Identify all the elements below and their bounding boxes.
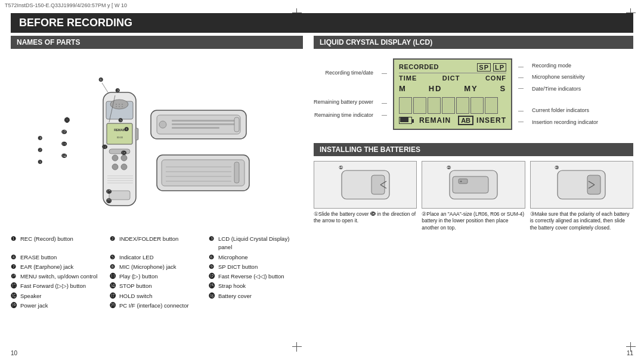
page-number-left: 10 — [11, 350, 17, 356]
part-text: STOP button — [119, 282, 152, 290]
mic-sensitivity-label: Microphone sensitivity — [532, 72, 598, 83]
part-item: ❸LCD (Liquid Crystal Display) panel — [209, 235, 303, 252]
svg-rect-29 — [234, 117, 239, 132]
part-item: ❾SP DICT button — [209, 263, 303, 271]
svg-point-6 — [116, 106, 117, 107]
part-num: ⓮ — [110, 282, 118, 290]
step-caption-1: ①Slide the battery cover ⓲ in the direct… — [314, 211, 417, 225]
lcd-s: S — [500, 84, 506, 93]
svg-text:❶: ❶ — [38, 159, 42, 165]
svg-point-15 — [112, 164, 118, 170]
lcd-row2: TIME DICT CONF — [399, 75, 506, 83]
svg-text:⓬: ⓬ — [61, 129, 67, 135]
lcd-remain-text: REMAIN — [419, 116, 451, 125]
battery-step-1: ① ①Slide the battery cover ⓲ in the dire… — [314, 161, 417, 231]
battery-icon — [399, 117, 412, 124]
lcd-section: LIQUID CRYSTAL DISPLAY (LCD) Recording t… — [314, 36, 633, 135]
parts-list: ❶REC (Record) button❷INDEX/FOLDER button… — [11, 232, 303, 312]
svg-rect-17 — [135, 128, 138, 140]
svg-text:❷: ❷ — [38, 147, 42, 153]
part-num: ❻ — [209, 253, 217, 262]
svg-rect-28 — [172, 127, 219, 129]
lcd-digit-1 — [399, 97, 412, 114]
svg-text:⓳: ⓳ — [106, 189, 112, 195]
folder-indicator-label: Current folder indicators — [532, 105, 598, 117]
lcd-m: M — [399, 84, 407, 93]
part-item: ⓮STOP button — [110, 282, 204, 290]
right-panel: LIQUID CRYSTAL DISPLAY (LCD) Recording t… — [314, 36, 633, 348]
svg-rect-18 — [109, 191, 130, 200]
part-text: Battery cover — [218, 292, 252, 300]
svg-text:00:00: 00:00 — [117, 136, 123, 139]
page-number-right: 11 — [627, 350, 633, 356]
svg-text:⓴: ⓴ — [106, 198, 112, 204]
insertion-recording-label: Insertion recording indicator — [532, 117, 598, 129]
main-title: BEFORE RECORDING — [11, 13, 633, 33]
part-text: EAR (Earphone) jack — [20, 263, 73, 271]
step-img-2: + ② — [422, 161, 525, 209]
svg-rect-12 — [109, 149, 130, 154]
svg-text:⓱: ⓱ — [102, 144, 108, 150]
part-num: ❸ — [209, 235, 217, 243]
lcd-digit-5 — [456, 97, 469, 114]
part-num: ❶ — [11, 235, 19, 243]
battery-fill — [400, 117, 408, 122]
lcd-my: MY — [464, 84, 478, 93]
batteries-section-header: INSTALLING THE BATTERIES — [314, 143, 633, 156]
lcd-bottom-row: REMAIN AB INSERT — [399, 116, 506, 125]
part-text: PC I/F (interface) connector — [119, 302, 189, 310]
svg-text:⓮: ⓮ — [61, 153, 67, 159]
lcd-right-arrows: — — — — — — [518, 64, 524, 125]
lcd-digit-3 — [428, 97, 441, 114]
part-item: ⓴PC I/F (interface) connector — [110, 302, 204, 310]
part-text: INDEX/FOLDER button — [119, 235, 178, 243]
svg-text:❸: ❸ — [115, 88, 120, 94]
part-item: ❽MIC (Microphone) jack — [110, 263, 204, 271]
part-item: ⓭Fast Forward (▷▷) button — [11, 282, 105, 290]
part-text: REC (Record) button — [20, 235, 73, 243]
svg-text:⓲: ⓲ — [121, 150, 127, 156]
svg-point-25 — [159, 121, 166, 128]
part-num: ⓭ — [11, 282, 19, 290]
svg-rect-27 — [172, 123, 237, 125]
lcd-ab: AB — [458, 116, 473, 125]
part-item: ⓳Power jack — [11, 302, 105, 310]
part-item: ❹ERASE button — [11, 253, 105, 262]
svg-rect-31 — [162, 160, 244, 186]
part-text: HOLD switch — [119, 292, 152, 300]
part-num: ⓴ — [110, 302, 118, 310]
svg-text:❻: ❻ — [98, 77, 103, 83]
part-text: ERASE button — [20, 253, 57, 262]
part-item: ⓫Play (▷) button — [110, 272, 204, 281]
lcd-battery-indicator — [399, 117, 412, 124]
svg-rect-26 — [172, 120, 237, 122]
step-img-3: ③ — [530, 161, 633, 209]
part-item: ❼EAR (Earphone) jack — [11, 263, 105, 271]
part-num: ⓳ — [11, 302, 19, 310]
part-text: LCD (Liquid Crystal Display) panel — [218, 235, 303, 252]
part-item: ⓲Battery cover — [209, 292, 303, 300]
lcd-sp: SP — [477, 63, 491, 72]
lcd-conf: CONF — [485, 75, 506, 82]
part-item: ❷INDEX/FOLDER button — [110, 235, 204, 252]
part-num: ❾ — [209, 263, 217, 271]
part-text: Power jack — [20, 302, 48, 310]
step-caption-2: ②Place an "AAA"-size (LR06, R06 or SUM-4… — [422, 211, 525, 231]
svg-text:⓭: ⓭ — [61, 141, 67, 147]
part-text: Microphone — [218, 253, 248, 262]
part-num: ⓰ — [11, 292, 19, 300]
step-caption-3: ③Make sure that the polarity of each bat… — [530, 211, 633, 231]
part-num: ❿ — [11, 272, 19, 281]
part-item: ❻Microphone — [209, 253, 303, 262]
lcd-row1: RECORDED SP LP — [399, 63, 506, 73]
lcd-left-arrows: — — — — [382, 70, 387, 118]
svg-text:+: + — [460, 179, 462, 184]
part-text: MIC (Microphone) jack — [119, 263, 177, 271]
part-text: Fast Reverse (◁◁) button — [218, 272, 284, 281]
svg-point-4 — [119, 104, 120, 105]
lcd-insert-text: INSERT — [476, 116, 506, 125]
svg-point-16 — [121, 164, 127, 170]
lcd-digits-row — [399, 97, 506, 114]
lcd-screen: RECORDED SP LP TIME DICT CONF M HD MY S — [393, 58, 512, 130]
lcd-section-header: LIQUID CRYSTAL DISPLAY (LCD) — [314, 36, 633, 49]
